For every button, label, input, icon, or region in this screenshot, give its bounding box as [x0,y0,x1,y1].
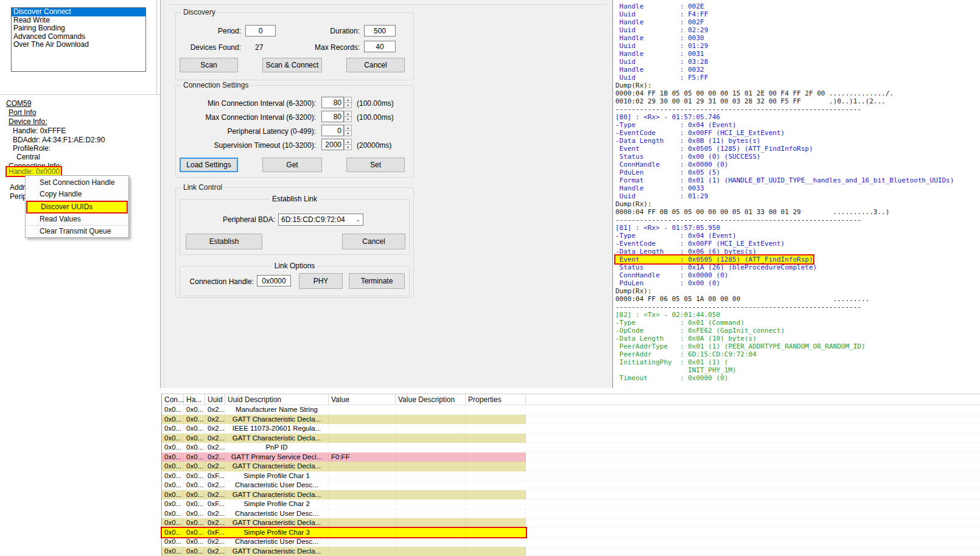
table-cell: 0x0... [162,424,184,434]
column-header-value-description[interactable]: Value Description [396,394,466,405]
table-row[interactable]: 0x0...0x0...0x2...IEEE 11073-20601 Regul… [162,424,980,434]
table-cell [329,471,396,481]
table-cell [329,537,396,547]
listbox-item-discover-connect[interactable]: Discover Connect [12,8,145,16]
link-cancel-button[interactable]: Cancel [342,234,405,249]
duration-input[interactable] [364,25,396,36]
table-cell: 0x0... [162,547,184,556]
tree-node-handle[interactable]: Handle: 0xFFFE [13,127,66,135]
menu-item-discover-uuids-highlighted[interactable]: Discover UUIDs [26,201,128,214]
table-row[interactable]: 0x0...0x0...0xF...Simple Profile Char 1 [162,471,980,481]
table-cell: Simple Profile Char 2 [225,499,329,509]
supervision-timeout-input[interactable] [321,139,344,150]
table-row[interactable]: 0x0...0x0...0x2...GATT Characteristic De… [162,434,980,443]
peripheral-bda-combobox[interactable]: 6D:15:CD:C9:72:04 ⌄ [278,214,363,226]
table-row[interactable]: 0x0...0x0...0x2...GATT Characteristic De… [162,547,980,556]
column-header-uuid[interactable]: Uuid [205,394,225,405]
spin-up-icon[interactable]: ▲ [344,111,352,116]
scan-connect-button[interactable]: Scan & Connect [262,58,322,72]
log-line: InitiatingPhy : 0x01 (1) ( [615,358,980,366]
table-cell: 0x0... [184,509,205,519]
tree-node-port-info[interactable]: Port Info [9,108,36,117]
table-row-cells: 0x0...0x0...0x2...GATT Characteristic De… [162,490,526,500]
table-row-cells: 0x0...0x0...0xF...Simple Profile Char 3 [162,528,526,538]
listbox-item-ota-download[interactable]: Over The Air Download [12,41,145,49]
table-row[interactable]: 0x0...0x0...0xF...Simple Profile Char 2 [162,499,980,509]
peripheral-bda-label: Peripheral BDA: [180,215,275,224]
discovery-cancel-button[interactable]: Cancel [346,58,405,72]
table-cell: 0x0... [184,481,205,490]
column-header-properties[interactable]: Properties [466,394,526,405]
category-listbox[interactable]: Discover Connect Read Write Pairing Bond… [11,7,146,72]
table-cell: GATT Characteristic Decla... [225,490,329,500]
hci-log-panel[interactable]: Handle : 002E Uuid : F4:FF Handle : 002F… [613,0,980,388]
max-conn-interval-input[interactable] [321,111,344,122]
peripheral-latency-spinner[interactable]: ▲▼ [344,125,352,136]
tree-node-profile-role[interactable]: ProfileRole: [13,144,51,153]
log-line: Dump(Rx): [615,82,980,89]
table-row-cells: 0x0...0x0...0x2...Characteristic User De… [162,481,526,490]
table-cell [466,518,526,528]
supervision-timeout-spinner[interactable]: ▲▼ [344,139,352,150]
table-row[interactable]: 0x0...0x0...0x2...GATT Characteristic De… [162,490,980,500]
chevron-down-icon[interactable]: ⌄ [355,214,360,225]
phy-button[interactable]: PHY [299,273,343,289]
table-cell: 0xF... [205,528,225,538]
menu-item-clear-transmit-queue[interactable]: Clear Transmit Queue [26,226,128,237]
table-row[interactable]: 0x0...0x0...0x2...Characteristic User De… [162,509,980,519]
table-cell [329,490,396,500]
btool-window: Discover Connect Read Write Pairing Bond… [0,0,980,556]
table-row[interactable]: 0x0...0x0...0x2...Manufacturer Name Stri… [162,405,980,415]
tree-node-central[interactable]: Central [16,153,40,161]
load-settings-button[interactable]: Load Settings [180,158,238,172]
scan-button[interactable]: Scan [180,58,238,72]
log-line: ----------------------------------------… [615,303,980,311]
max-records-input[interactable] [364,41,396,52]
tree-node-bdaddr[interactable]: BDAddr: A4:34:F1:AE:D2:90 [13,136,105,144]
menu-item-copy-handle[interactable]: Copy Handle [26,189,128,200]
table-row-selected[interactable]: 0x0...0x0...0xF...Simple Profile Char 3 [162,528,980,538]
max-conn-interval-spinner[interactable]: ▲▼ [344,111,352,122]
log-line: ConnHandle : 0x0000 (0) [615,271,980,279]
terminate-button[interactable]: Terminate [349,273,405,289]
period-input[interactable] [245,25,276,36]
spin-up-icon[interactable]: ▲ [344,97,352,102]
min-conn-interval-input[interactable] [321,97,344,108]
table-cell: 0x2... [205,443,225,453]
listbox-item-read-write[interactable]: Read Write [12,16,145,25]
spin-down-icon[interactable]: ▼ [344,144,352,150]
log-line: -Data Length : 0x0B (11) bytes(s) [615,137,980,145]
left-splitter[interactable] [160,0,164,388]
spin-down-icon[interactable]: ▼ [344,116,352,122]
set-button[interactable]: Set [346,158,405,172]
column-header-value[interactable]: Value [329,394,396,405]
min-conn-interval-spinner[interactable]: ▲▼ [344,97,352,108]
table-row[interactable]: 0x0...0x0...0x2...GATT Characteristic De… [162,415,980,425]
tree-node-device-info[interactable]: Device Info: [9,117,47,126]
listbox-item-advanced-commands[interactable]: Advanced Commands [12,33,145,41]
spin-up-icon[interactable]: ▲ [344,139,352,144]
table-row[interactable]: 0x0...0x0...0x2...GATT Characteristic De… [162,462,980,471]
table-row[interactable]: 0x0...0x0...0x2...GATT Characteristic De… [162,518,980,528]
spin-up-icon[interactable]: ▲ [344,125,352,130]
table-row[interactable]: 0x0...0x0...0x2...Characteristic User De… [162,481,980,490]
table-row[interactable]: 0x0...0x0...0x2...Characteristic User De… [162,537,980,547]
column-header-con[interactable]: Con... [162,394,184,405]
table-cell [396,490,466,500]
table-cell: 0x2... [205,415,225,425]
establish-button[interactable]: Establish [186,234,262,249]
peripheral-latency-input[interactable] [321,125,344,136]
table-row[interactable]: 0x0...0x0...0x2...GATT Primary Service D… [162,453,980,462]
spin-down-icon[interactable]: ▼ [344,130,352,136]
column-header-uuid-description[interactable]: Uuid Description [225,394,329,405]
connection-handle-input[interactable] [257,275,291,287]
menu-item-set-connection-handle[interactable]: Set Connection Handle [26,177,128,189]
get-button[interactable]: Get [262,158,322,172]
table-row-cells: 0x0...0x0...0x2...Characteristic User De… [162,509,526,519]
table-row[interactable]: 0x0...0x0...0x2...PnP ID [162,443,980,453]
tree-node-com59[interactable]: COM59 [6,99,31,108]
spin-down-icon[interactable]: ▼ [344,102,352,108]
menu-item-read-values[interactable]: Read Values [26,214,128,225]
column-header-ha[interactable]: Ha... [184,394,205,405]
listbox-item-pairing-bonding[interactable]: Pairing Bonding [12,24,145,33]
